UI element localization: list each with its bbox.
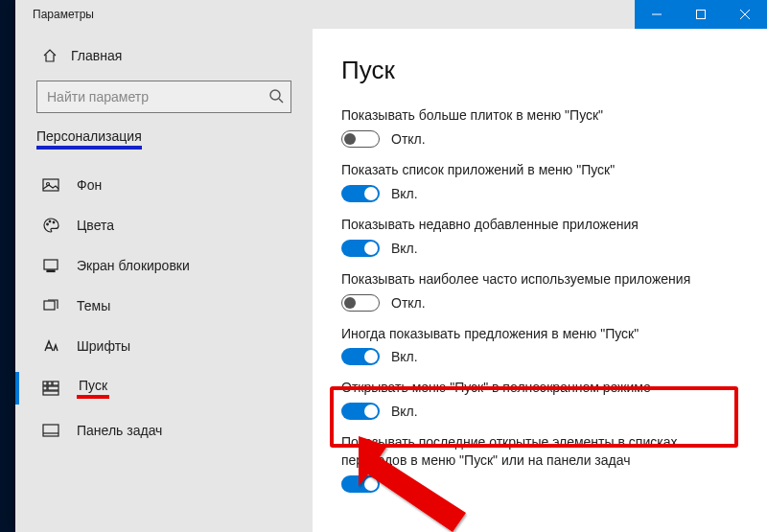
svg-rect-14 bbox=[43, 382, 47, 385]
toggle-state: Вкл. bbox=[391, 404, 418, 419]
toggle[interactable] bbox=[341, 185, 380, 202]
nav-label: Пуск bbox=[77, 378, 109, 399]
nav-lockscreen[interactable]: Экран блокировки bbox=[15, 245, 313, 286]
palette-icon bbox=[42, 217, 59, 234]
svg-rect-15 bbox=[48, 382, 52, 385]
setting-label: Иногда показывать предложения в меню "Пу… bbox=[341, 325, 738, 343]
toggle-state: Вкл. bbox=[391, 476, 418, 492]
svg-point-10 bbox=[53, 221, 55, 223]
maximize-button[interactable] bbox=[679, 0, 723, 29]
setting-jumplist: Показывать последние открытые элементы в… bbox=[341, 433, 738, 493]
category-heading: Персонализация bbox=[36, 128, 291, 151]
content-pane: Пуск Показывать больше плиток в меню "Пу… bbox=[313, 29, 767, 532]
start-icon bbox=[42, 380, 59, 397]
svg-rect-19 bbox=[43, 391, 58, 395]
nav-start[interactable]: Пуск bbox=[15, 366, 313, 410]
category-label: Персонализация bbox=[36, 128, 142, 150]
svg-rect-13 bbox=[44, 301, 55, 310]
nav-label: Цвета bbox=[77, 218, 114, 233]
nav-label: Панель задач bbox=[77, 423, 162, 438]
svg-point-8 bbox=[47, 223, 49, 225]
toggle[interactable] bbox=[341, 130, 380, 148]
picture-icon bbox=[42, 176, 59, 194]
toggle-state: Вкл. bbox=[391, 186, 418, 201]
svg-rect-20 bbox=[43, 425, 58, 436]
svg-rect-17 bbox=[43, 386, 47, 390]
toggle-state: Откл. bbox=[391, 295, 426, 311]
taskbar-icon bbox=[42, 422, 59, 439]
setting-more-tiles: Показывать больше плиток в меню "Пуск" О… bbox=[341, 106, 738, 148]
setting-label: Показывать наиболее часто используемые п… bbox=[341, 270, 738, 289]
setting-most-used: Показывать наиболее часто используемые п… bbox=[341, 270, 738, 312]
setting-app-list: Показать список приложений в меню "Пуск"… bbox=[341, 161, 738, 202]
lockscreen-icon bbox=[42, 257, 59, 274]
toggle-state: Вкл. bbox=[391, 241, 418, 256]
search-input[interactable] bbox=[36, 81, 291, 113]
svg-rect-1 bbox=[697, 11, 706, 19]
svg-point-9 bbox=[49, 220, 51, 222]
svg-rect-11 bbox=[44, 260, 58, 269]
themes-icon bbox=[42, 297, 59, 314]
nav-label: Экран блокировки bbox=[77, 258, 190, 273]
home-label: Главная bbox=[71, 48, 122, 63]
minimize-button[interactable] bbox=[635, 0, 679, 29]
setting-label: Показывать последние открытые элементы в… bbox=[341, 433, 738, 470]
setting-label: Показывать недавно добавленные приложени… bbox=[341, 216, 738, 234]
nav-colors[interactable]: Цвета bbox=[15, 205, 313, 245]
nav-fonts[interactable]: Шрифты bbox=[15, 326, 313, 366]
svg-point-4 bbox=[270, 90, 280, 100]
page-heading: Пуск bbox=[341, 56, 738, 85]
nav-list: Фон Цвета Экран блокировки bbox=[15, 165, 313, 451]
sidebar: Главная Персонализация Фон bbox=[15, 29, 313, 532]
svg-rect-6 bbox=[43, 179, 58, 191]
setting-label: Открывать меню "Пуск" в полноэкранном ре… bbox=[341, 379, 738, 397]
toggle-state: Вкл. bbox=[391, 349, 418, 364]
home-link[interactable]: Главная bbox=[15, 38, 313, 73]
toggle[interactable] bbox=[341, 348, 380, 365]
toggle[interactable] bbox=[341, 240, 380, 257]
nav-themes[interactable]: Темы bbox=[15, 286, 313, 326]
home-icon bbox=[42, 48, 58, 63]
setting-label: Показывать больше плиток в меню "Пуск" bbox=[341, 106, 738, 125]
close-button[interactable] bbox=[723, 0, 767, 29]
svg-rect-16 bbox=[53, 382, 58, 385]
settings-window: Параметры Главная bbox=[15, 0, 767, 532]
setting-recent-apps: Показывать недавно добавленные приложени… bbox=[341, 216, 738, 257]
fonts-icon bbox=[42, 337, 59, 355]
nav-background[interactable]: Фон bbox=[15, 165, 313, 205]
setting-label: Показать список приложений в меню "Пуск" bbox=[341, 161, 738, 179]
nav-label: Фон bbox=[77, 177, 102, 193]
window-title: Параметры bbox=[15, 8, 635, 21]
svg-rect-18 bbox=[48, 386, 58, 390]
toggle-fullscreen[interactable] bbox=[341, 403, 380, 420]
setting-fullscreen-start: Открывать меню "Пуск" в полноэкранном ре… bbox=[341, 379, 738, 420]
nav-label: Шрифты bbox=[77, 338, 130, 354]
nav-taskbar[interactable]: Панель задач bbox=[15, 410, 313, 451]
nav-label: Темы bbox=[77, 298, 110, 313]
setting-suggestions: Иногда показывать предложения в меню "Пу… bbox=[341, 325, 738, 366]
toggle[interactable] bbox=[341, 475, 380, 493]
svg-rect-12 bbox=[47, 270, 55, 272]
svg-line-5 bbox=[279, 99, 283, 103]
toggle-state: Откл. bbox=[391, 131, 426, 147]
titlebar: Параметры bbox=[15, 0, 767, 29]
toggle[interactable] bbox=[341, 294, 380, 312]
search-field[interactable] bbox=[36, 81, 291, 113]
search-icon bbox=[268, 88, 284, 107]
